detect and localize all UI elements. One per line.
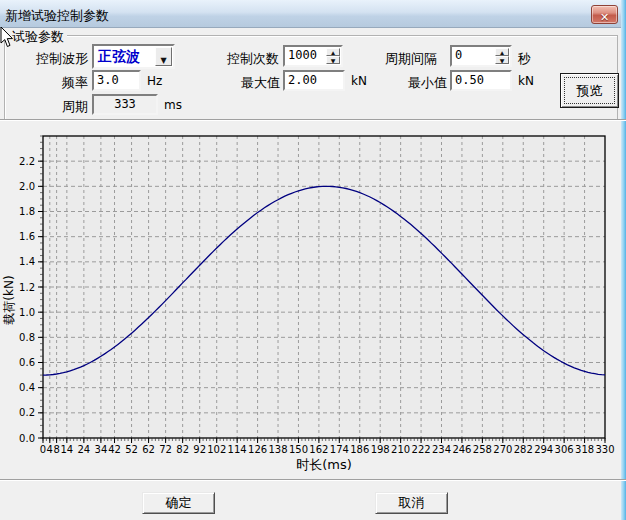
svg-text:0.2: 0.2 — [19, 407, 35, 418]
frequency-value: 3.0 — [94, 72, 139, 88]
cancel-button[interactable]: 取消 — [375, 492, 448, 514]
max-label: 最大值 — [241, 74, 280, 92]
period-label: 周期 — [62, 98, 88, 116]
waveform-plot: 0481424344252627282921021141261381501621… — [0, 120, 626, 478]
svg-text:234: 234 — [432, 444, 451, 455]
svg-text:0: 0 — [40, 444, 46, 455]
svg-text:0.4: 0.4 — [19, 382, 35, 393]
svg-text:62: 62 — [142, 444, 155, 455]
svg-text:1.8: 1.8 — [19, 206, 35, 217]
chevron-down-icon: ▼ — [327, 57, 339, 64]
separator — [0, 479, 626, 481]
svg-text:114: 114 — [228, 444, 247, 455]
svg-text:210: 210 — [391, 444, 410, 455]
period-value: 333 — [94, 96, 156, 112]
spin-up-button[interactable]: ▲ — [495, 48, 509, 56]
svg-text:82: 82 — [176, 444, 189, 455]
window-title: 新增试验控制参数 — [5, 7, 109, 25]
close-button[interactable]: ✕ — [591, 5, 618, 24]
svg-text:52: 52 — [125, 444, 138, 455]
waveform-select[interactable]: 正弦波 ▼ — [92, 44, 175, 69]
min-unit: kN — [518, 74, 534, 88]
chevron-up-icon: ▲ — [496, 49, 508, 56]
count-spinner[interactable]: ▲ ▼ — [326, 48, 340, 64]
svg-text:222: 222 — [412, 444, 431, 455]
dialog-window: 新增试验控制参数 ✕ 试验参数 控制波形 正弦波 ▼ 控制次数 1000 ▲ ▼… — [0, 0, 626, 520]
svg-text:34: 34 — [95, 444, 108, 455]
svg-text:258: 258 — [473, 444, 492, 455]
svg-text:186: 186 — [350, 444, 369, 455]
svg-text:92: 92 — [193, 444, 206, 455]
svg-text:0.0: 0.0 — [19, 433, 35, 444]
svg-text:0.8: 0.8 — [19, 332, 35, 343]
ok-button[interactable]: 确定 — [142, 492, 215, 514]
waveform-value: 正弦波 — [98, 48, 140, 66]
max-unit: kN — [351, 74, 367, 88]
chevron-down-icon: ▼ — [160, 56, 166, 65]
svg-text:1.2: 1.2 — [19, 282, 35, 293]
preview-button[interactable]: 预览 — [560, 73, 619, 108]
max-field[interactable]: 2.00 — [283, 70, 345, 91]
waveform-label: 控制波形 — [36, 50, 88, 68]
svg-text:306: 306 — [555, 444, 574, 455]
min-value: 0.50 — [452, 72, 510, 88]
y-axis-title: 载荷(kN) — [1, 275, 18, 324]
period-field: 333 — [92, 94, 158, 115]
svg-text:198: 198 — [371, 444, 390, 455]
svg-text:1.4: 1.4 — [19, 256, 35, 267]
svg-text:72: 72 — [159, 444, 172, 455]
groupbox-legend: 试验参数 — [9, 28, 67, 46]
interval-unit: 秒 — [518, 50, 531, 68]
ok-button-label: 确定 — [143, 493, 214, 513]
svg-text:2.0: 2.0 — [19, 181, 35, 192]
svg-text:162: 162 — [309, 444, 328, 455]
min-label: 最小值 — [408, 74, 447, 92]
svg-text:42: 42 — [108, 444, 121, 455]
interval-field[interactable]: 0 ▲ ▼ — [450, 45, 512, 67]
svg-text:14: 14 — [60, 444, 73, 455]
svg-text:2.2: 2.2 — [19, 156, 35, 167]
count-label: 控制次数 — [227, 50, 279, 68]
chevron-down-icon: ▼ — [496, 57, 508, 64]
title-bar[interactable]: 新增试验控制参数 ✕ — [0, 0, 626, 28]
max-value: 2.00 — [285, 72, 343, 88]
svg-text:1.6: 1.6 — [19, 231, 35, 242]
spin-down-button[interactable]: ▼ — [326, 56, 340, 64]
frequency-field[interactable]: 3.0 — [92, 70, 141, 91]
chevron-up-icon: ▲ — [327, 49, 339, 56]
waveform-dropdown-button[interactable]: ▼ — [155, 47, 172, 66]
svg-text:24: 24 — [78, 444, 91, 455]
frequency-label: 频率 — [62, 74, 88, 92]
mouse-cursor-icon — [0, 27, 14, 48]
min-field[interactable]: 0.50 — [450, 70, 512, 91]
svg-text:8: 8 — [53, 444, 59, 455]
svg-text:294: 294 — [534, 444, 553, 455]
svg-text:150: 150 — [289, 444, 308, 455]
svg-text:138: 138 — [268, 444, 287, 455]
x-axis-title: 时长(ms) — [296, 456, 352, 474]
cancel-button-label: 取消 — [376, 493, 447, 513]
svg-text:318: 318 — [575, 444, 594, 455]
svg-text:0.6: 0.6 — [19, 357, 35, 368]
close-icon: ✕ — [600, 11, 609, 24]
period-unit: ms — [164, 98, 182, 112]
svg-text:246: 246 — [452, 444, 471, 455]
svg-text:282: 282 — [514, 444, 533, 455]
frequency-unit: Hz — [147, 74, 162, 88]
interval-spinner[interactable]: ▲ ▼ — [495, 48, 509, 64]
interval-label: 周期间隔 — [385, 50, 437, 68]
svg-text:126: 126 — [248, 444, 267, 455]
svg-text:1.0: 1.0 — [19, 307, 35, 318]
count-field[interactable]: 1000 ▲ ▼ — [283, 45, 343, 67]
svg-text:330: 330 — [595, 444, 614, 455]
svg-text:174: 174 — [330, 444, 349, 455]
focus-rect — [564, 77, 615, 104]
spin-up-button[interactable]: ▲ — [326, 48, 340, 56]
spin-down-button[interactable]: ▼ — [495, 56, 509, 64]
svg-text:4: 4 — [47, 444, 53, 455]
waveform-chart: 0481424344252627282921021141261381501621… — [0, 120, 626, 478]
svg-text:270: 270 — [493, 444, 512, 455]
svg-text:102: 102 — [207, 444, 226, 455]
